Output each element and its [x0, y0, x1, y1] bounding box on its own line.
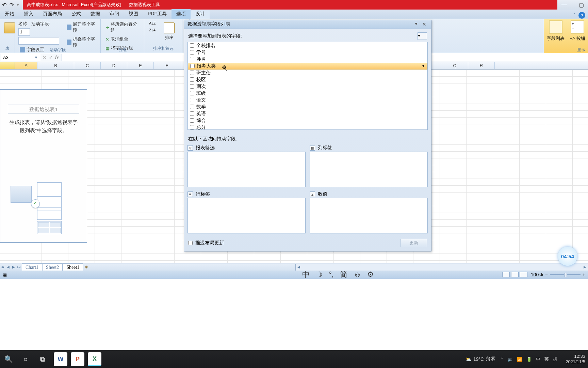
field-item-5[interactable]: 校区	[188, 76, 427, 83]
close-icon[interactable]: ✕	[422, 21, 428, 27]
volume-icon[interactable]: 🔉	[507, 357, 513, 362]
field-checkbox[interactable]	[190, 43, 194, 48]
field-item-8[interactable]: 语文	[188, 97, 427, 104]
field-item-0[interactable]: 全校排名	[188, 42, 427, 49]
sheet-tab-sheet1[interactable]: Sheet1	[63, 263, 83, 271]
zoom-level[interactable]: 100%	[531, 272, 543, 277]
tray-chevron-icon[interactable]: ˄	[501, 357, 503, 362]
update-button[interactable]: 更新	[401, 239, 427, 247]
field-item-7[interactable]: 班级	[188, 90, 427, 97]
tab-design[interactable]: 设计	[191, 9, 210, 19]
sheet-nav-prev[interactable]: ◀	[5, 265, 11, 269]
zoom-slider[interactable]	[550, 274, 581, 275]
help-icon[interactable]: ?	[578, 12, 585, 19]
col-E[interactable]: E	[127, 62, 154, 69]
word-app-icon[interactable]: W	[54, 352, 67, 366]
fields-list[interactable]: 全校排名学号姓名报考大类▼班主任校区期次班级语文数学英语综合总分奖学金	[187, 42, 428, 130]
new-sheet-button[interactable]: ✶	[83, 264, 90, 270]
field-checkbox[interactable]	[190, 50, 194, 55]
col-B[interactable]: B	[37, 62, 74, 69]
tab-data[interactable]: 数据	[86, 9, 105, 19]
powerpoint-app-icon[interactable]: P	[71, 352, 84, 366]
row-labels-area[interactable]	[187, 198, 306, 233]
defer-layout-checkbox[interactable]	[188, 241, 193, 245]
tab-layout[interactable]: 页面布局	[38, 9, 67, 19]
col-F[interactable]: F	[154, 62, 180, 69]
field-item-1[interactable]: 学号	[188, 49, 427, 56]
maximize-button[interactable]: ▢	[578, 1, 585, 8]
fx-icon[interactable]: fx	[55, 55, 59, 60]
zoom-in-icon[interactable]: +	[583, 272, 585, 277]
system-tray[interactable]: ˄ 🔉 📶 🔋 中 英 拼 12:33 2021/11/5	[501, 354, 585, 364]
search-icon[interactable]: 🔍	[3, 353, 14, 365]
sheet-nav-last[interactable]: ⏭	[16, 265, 22, 269]
excel-app-icon[interactable]: X	[88, 352, 101, 366]
expand-field-button[interactable]: 展开整个字段	[65, 20, 97, 34]
sheet-tab-chart1[interactable]: Chart1	[22, 263, 42, 271]
tab-view[interactable]: 视图	[124, 9, 143, 19]
task-view-icon[interactable]: ⧉	[37, 353, 48, 365]
weather-widget[interactable]: ⛅ 19°C 薄雾	[466, 356, 495, 362]
sort-asc-button[interactable]: A↓Z	[148, 20, 157, 26]
field-item-12[interactable]: 总分	[188, 124, 427, 130]
layout-options-button[interactable]: ▾	[418, 32, 427, 40]
values-area[interactable]	[310, 198, 428, 233]
sheet-nav-first[interactable]: ⏮	[0, 265, 5, 269]
sheet-nav-next[interactable]: ▶	[11, 265, 16, 269]
column-labels-area[interactable]	[310, 152, 428, 187]
tab-home[interactable]: 开始	[0, 9, 19, 19]
wifi-icon[interactable]: 📶	[517, 357, 522, 362]
col-C[interactable]: C	[74, 62, 101, 69]
tab-options[interactable]: 选项	[172, 9, 191, 19]
active-field-input[interactable]	[18, 37, 59, 45]
col-Q[interactable]: Q	[442, 62, 468, 69]
pivottable-button[interactable]	[3, 20, 16, 37]
cancel-formula-icon[interactable]: ✕	[42, 54, 47, 61]
field-item-10[interactable]: 英语	[188, 110, 427, 117]
name-input[interactable]	[18, 28, 30, 36]
ime-bar[interactable]: 中☽°,简☺⚙	[302, 270, 374, 280]
cortana-icon[interactable]: ○	[20, 353, 31, 365]
field-item-3[interactable]: 报考大类▼	[188, 63, 427, 70]
field-checkbox[interactable]	[190, 105, 194, 109]
field-checkbox[interactable]	[190, 125, 194, 129]
field-checkbox[interactable]	[190, 57, 194, 61]
view-normal-icon[interactable]	[502, 272, 510, 277]
zoom-out-icon[interactable]: −	[545, 272, 548, 277]
col-A[interactable]: A	[15, 62, 37, 69]
battery-icon[interactable]: 🔋	[526, 357, 532, 362]
field-item-9[interactable]: 数学	[188, 104, 427, 110]
sort-desc-button[interactable]: Z↓A	[148, 27, 157, 33]
minimize-button[interactable]: —	[561, 1, 568, 8]
view-page-break-icon[interactable]	[520, 272, 527, 277]
sort-button[interactable]: 排序	[160, 20, 179, 43]
field-checkbox[interactable]	[190, 77, 194, 82]
tab-formula[interactable]: 公式	[67, 9, 86, 19]
field-item-11[interactable]: 综合	[188, 117, 427, 124]
minimize-ribbon-icon[interactable]: ˆ	[573, 13, 575, 18]
name-box[interactable]: A3▼	[1, 54, 40, 61]
group-selection-button[interactable]: ➜ 将所选内容分组	[104, 20, 141, 34]
worksheet-grid[interactable]: 数据透视表1 生成报表，请从"数据透视表字段列表"中选择字段。 数据透视表字段列…	[0, 70, 588, 263]
enter-formula-icon[interactable]: ✓	[49, 54, 53, 61]
ungroup-button[interactable]: ✕ 取消组合	[104, 35, 141, 43]
field-item-4[interactable]: 班主任	[188, 70, 427, 76]
field-item-6[interactable]: 期次	[188, 83, 427, 90]
field-checkbox[interactable]	[190, 118, 194, 123]
tab-insert[interactable]: 插入	[19, 9, 38, 19]
field-checkbox[interactable]	[190, 111, 194, 116]
clock[interactable]: 12:33 2021/11/5	[566, 354, 585, 364]
col-D[interactable]: D	[101, 62, 127, 69]
field-checkbox[interactable]	[190, 71, 194, 75]
redo-icon[interactable]: ↷	[10, 2, 16, 8]
undo-icon[interactable]: ↶	[2, 2, 8, 8]
view-page-layout-icon[interactable]	[511, 272, 519, 277]
field-checkbox[interactable]	[190, 64, 195, 68]
field-item-2[interactable]: 姓名	[188, 56, 427, 63]
report-filter-area[interactable]	[187, 152, 306, 187]
pivottable-placeholder[interactable]: 数据透视表1 生成报表，请从"数据透视表字段列表"中选择字段。	[0, 89, 87, 243]
field-list-button[interactable]: 字段列表	[544, 19, 567, 53]
chevron-down-icon[interactable]: ▼	[34, 56, 38, 59]
col-R[interactable]: R	[468, 62, 495, 69]
field-checkbox[interactable]	[190, 98, 194, 102]
